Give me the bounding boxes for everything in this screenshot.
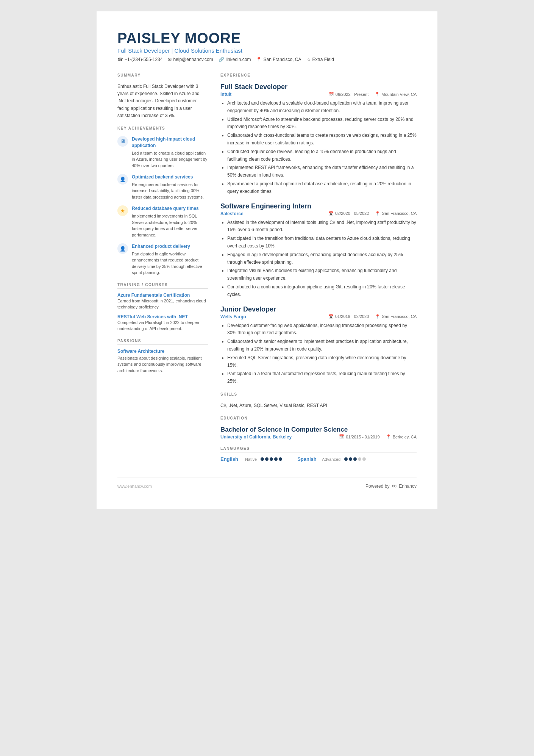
candidate-title: Full Stack Developer | Cloud Solutions E… (117, 47, 417, 54)
brand-logo-icon: ∞ (392, 482, 397, 490)
achievement-icon-3: ★ (117, 205, 128, 216)
achievement-item-2: 👤 Optimized backend services Re-engineer… (117, 174, 208, 200)
passion-item-1: Software Architecture Passionate about d… (117, 349, 208, 374)
job-bullets-2: Assisted in the development of internal … (220, 219, 417, 299)
pin-icon-1: 📍 (375, 92, 380, 97)
dot (265, 457, 269, 461)
training-item-1: Azure Fundamentals Certification Earned … (117, 293, 208, 310)
edu-date: 📅 01/2015 - 01/2019 (339, 434, 379, 439)
achievement-icon-4: 👤 (117, 243, 128, 254)
spanish-dots (344, 457, 366, 461)
job-bullets-3: Developed customer-facing web applicatio… (220, 322, 417, 385)
calendar-icon-1: 📅 (329, 92, 334, 97)
contact-linkedin: 🔗 linkedin.com (219, 57, 251, 62)
footer: www.enhancv.com Powered by ∞ Enhancv (117, 477, 417, 490)
job-title-1: Full Stack Developer (220, 83, 417, 91)
brand-name: Enhancv (399, 484, 417, 489)
training-item-2: RESTful Web Services with .NET Completed… (117, 314, 208, 332)
achievement-title-1: Developed high-impact cloud application (132, 136, 208, 149)
bullet-1-1: Architected and developed a scalable clo… (227, 100, 417, 115)
language-english: English Native (220, 456, 282, 462)
job-location-3: 📍 San Francisco, CA (375, 314, 417, 319)
main-layout: SUMMARY Enthusiastic Full Stack Develope… (117, 73, 417, 462)
pin-icon-2: 📍 (375, 211, 380, 216)
language-spanish: Spanish Advanced (297, 456, 366, 462)
bullet-1-5: Implemented REST API frameworks, enhanci… (227, 164, 417, 179)
passion-title-1: Software Architecture (117, 349, 208, 354)
phone-icon: ☎ (117, 57, 123, 62)
summary-text: Enthusiastic Full Stack Developer with 3… (117, 83, 208, 119)
bullet-2-1: Assisted in the development of internal … (227, 219, 417, 234)
dot (362, 457, 366, 461)
skills-section-title: SKILLS (220, 392, 417, 398)
job-date-2: 📅 02/2020 - 05/2022 (328, 211, 369, 216)
bullet-2-2: Participated in the transition from trad… (227, 235, 417, 250)
achievement-item-3: ★ Reduced database query times Implement… (117, 205, 208, 238)
bullet-2-5: Contributed to a continuous integration … (227, 283, 417, 299)
achievement-desc-4: Participated in agile workflow enhanceme… (132, 251, 208, 276)
bullet-3-1: Developed customer-facing web applicatio… (227, 322, 417, 337)
dot (344, 457, 348, 461)
training-desc-2: Completed via Pluralsight in 2022 to dee… (117, 319, 208, 332)
achievement-title-3: Reduced database query times (132, 205, 208, 212)
achievement-desc-2: Re-engineered backend services for incre… (132, 182, 208, 200)
job-date-3: 📅 01/2019 - 02/2020 (328, 314, 369, 319)
experience-block-2: Software Engineering Intern Salesforce 📅… (220, 202, 417, 299)
powered-by-label: Powered by (365, 484, 389, 489)
achievement-icon-2: 👤 (117, 174, 128, 185)
job-location-2: 📍 San Francisco, CA (375, 211, 417, 216)
pin-icon-edu: 📍 (386, 434, 391, 439)
linkedin-icon: 🔗 (219, 57, 224, 62)
company-2: Salesforce (220, 211, 244, 216)
bullet-1-6: Spearheaded a project that optimized dat… (227, 180, 417, 196)
achievement-item-1: 🖥 Developed high-impact cloud applicatio… (117, 136, 208, 169)
school-name: University of California, Berkeley (220, 434, 292, 440)
dot (279, 457, 282, 461)
experience-block-3: Junior Developer Wells Fargo 📅 01/2019 -… (220, 305, 417, 385)
company-1: Intuit (220, 92, 231, 97)
dot (353, 457, 357, 461)
degree-title: Bachelor of Science in Computer Science (220, 426, 417, 434)
job-title-2: Software Engineering Intern (220, 202, 417, 210)
passion-desc-1: Passionate about designing scalable, res… (117, 355, 208, 374)
footer-brand: Powered by ∞ Enhancv (365, 482, 417, 490)
resume-page: PAISLEY MOORE Full Stack Developer | Clo… (97, 11, 437, 509)
contact-location: 📍 San Francisco, CA (256, 57, 301, 62)
header: PAISLEY MOORE Full Stack Developer | Clo… (117, 30, 417, 67)
education-section-title: EDUCATION (220, 416, 417, 422)
bullet-3-2: Collaborated with senior engineers to im… (227, 338, 417, 353)
bullet-1-4: Conducted regular code reviews, leading … (227, 148, 417, 163)
summary-section-title: SUMMARY (117, 73, 208, 79)
job-date-1: 📅 06/2022 - Present (329, 92, 368, 97)
training-section-title: TRAINING / COURSES (117, 283, 208, 289)
bullet-3-3: Executed SQL Server migrations, preservi… (227, 354, 417, 369)
skills-text: C#, .Net, Azure, SQL Server, Visual Basi… (220, 402, 417, 409)
left-column: SUMMARY Enthusiastic Full Stack Develope… (117, 73, 208, 462)
achievement-title-2: Optimized backend services (132, 174, 208, 180)
bullet-3-4: Participated in a team that automated re… (227, 370, 417, 385)
calendar-icon-edu: 📅 (339, 434, 344, 439)
bullet-1-3: Collaborated with cross-functional teams… (227, 132, 417, 147)
job-title-3: Junior Developer (220, 305, 417, 313)
edu-location: 📍 Berkeley, CA (386, 434, 417, 439)
right-column: EXPERIENCE Full Stack Developer Intuit 📅… (220, 73, 417, 462)
bullet-1-2: Utilized Microsoft Azure to streamline b… (227, 116, 417, 131)
job-bullets-1: Architected and developed a scalable clo… (220, 100, 417, 196)
achievement-desc-1: Led a team to create a cloud application… (132, 150, 208, 169)
extra-icon: ☆ (307, 57, 311, 62)
contact-phone: ☎ +1-(234)-555-1234 (117, 57, 162, 62)
passions-section-title: PASSIONS (117, 339, 208, 345)
training-title-1: Azure Fundamentals Certification (117, 293, 208, 298)
training-desc-1: Earned from Microsoft in 2021, enhancing… (117, 298, 208, 310)
calendar-icon-2: 📅 (328, 211, 334, 216)
english-label: English (220, 456, 241, 462)
candidate-name: PAISLEY MOORE (117, 30, 417, 47)
footer-website: www.enhancv.com (117, 484, 152, 488)
spanish-level: Advanced (322, 457, 340, 462)
contact-row: ☎ +1-(234)-555-1234 ✉ help@enhancv.com 🔗… (117, 57, 417, 67)
training-title-2: RESTful Web Services with .NET (117, 314, 208, 319)
dot (358, 457, 361, 461)
languages-section-title: LANGUAGES (220, 446, 417, 452)
spanish-label: Spanish (297, 456, 318, 462)
english-level: Native (245, 457, 257, 462)
